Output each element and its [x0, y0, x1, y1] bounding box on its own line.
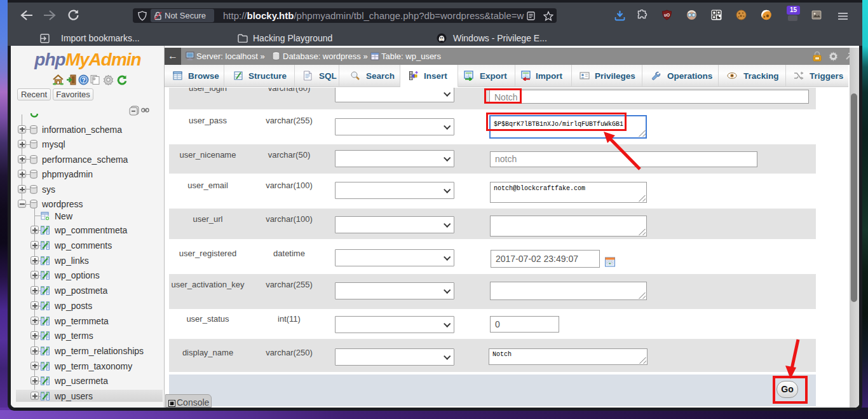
- svg-text:?: ?: [81, 77, 85, 84]
- svg-text:uO: uO: [664, 13, 670, 17]
